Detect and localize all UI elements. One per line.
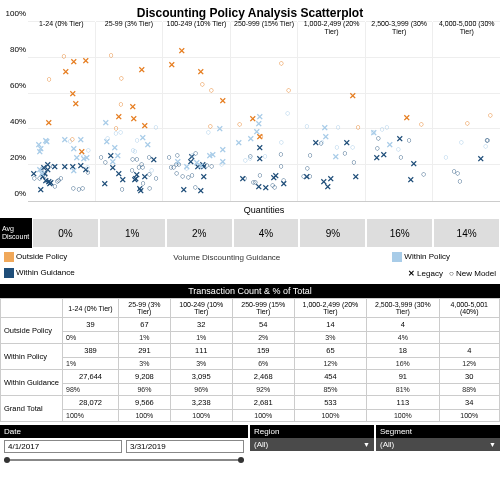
data-point: ✕ <box>219 157 227 167</box>
cell-count: 67 <box>119 318 171 332</box>
cell-count: 27,644 <box>63 370 119 384</box>
facet: 25-99 (3% Tier)○✕○○○✕✕○○○✕✕✕✕○○○○✕✕○✕○✕○… <box>95 22 163 201</box>
data-point: ○ <box>452 166 457 176</box>
legend: Outside Policy Volume Discounting Guidan… <box>0 248 500 282</box>
facet-header: 25-99 (3% Tier) <box>96 20 163 28</box>
data-point: ✕ <box>70 57 78 67</box>
data-point: ✕ <box>396 134 404 144</box>
data-point: ○ <box>279 58 284 68</box>
data-point: ○ <box>278 149 283 159</box>
cell-count <box>439 318 499 332</box>
data-point: ✕ <box>70 166 78 176</box>
data-point: ✕ <box>349 91 357 101</box>
cell-count: 3,238 <box>170 396 232 410</box>
cell-count: 2,468 <box>232 370 294 384</box>
data-point: ○ <box>465 118 470 128</box>
data-point: ✕ <box>102 118 110 128</box>
data-point: ○ <box>147 183 152 193</box>
avg-cell: 4% <box>233 218 300 248</box>
data-point: ✕ <box>322 132 330 142</box>
y-tick: 40% <box>10 117 26 126</box>
col-header: 2,500-3,999 (30% Tier) <box>367 299 439 318</box>
data-point: ✕ <box>320 177 328 187</box>
cell-pct: 0% <box>63 332 119 344</box>
data-point: ✕ <box>180 185 188 195</box>
cell-pct <box>439 332 499 344</box>
transaction-table: 1-24 (0% Tier)25-99 (3% Tier)100-249 (10… <box>0 298 500 422</box>
cell-pct: 100% <box>63 410 119 422</box>
cell-count: 389 <box>63 344 119 358</box>
data-point: ✕ <box>36 165 44 175</box>
filter-bar: Date 4/1/2017 3/31/2019 Region (All)▼ Se… <box>0 425 500 465</box>
facet: 4,000-5,000 (30% Tier)○○○○○✕○○○○○ <box>432 22 500 201</box>
cell-count: 113 <box>367 396 439 410</box>
date-start-input[interactable]: 4/1/2017 <box>4 440 122 453</box>
data-point: ○ <box>406 135 411 145</box>
segment-dropdown[interactable]: (All)▼ <box>376 438 500 451</box>
avg-label: AvgDiscount <box>0 218 32 248</box>
cell-pct: 100% <box>367 410 439 422</box>
data-point: ○ <box>270 180 275 190</box>
cell-pct: 100% <box>294 410 366 422</box>
avg-cell: 9% <box>299 218 366 248</box>
data-point: ✕ <box>178 46 186 56</box>
table-row: Within Policy38929111115965184 <box>1 344 500 358</box>
col-header: 1,000-2,499 (20% Tier) <box>294 299 366 318</box>
data-point: ○ <box>166 152 171 162</box>
cell-pct: 3% <box>294 332 366 344</box>
data-point: ✕ <box>216 124 224 134</box>
table-row: 98%96%96%92%85%81%88% <box>1 384 500 396</box>
data-point: ○ <box>130 165 135 175</box>
data-point: ○ <box>459 137 464 147</box>
cell-pct: 1% <box>170 332 232 344</box>
data-point: ○ <box>336 122 341 132</box>
data-point: ○ <box>285 108 290 118</box>
cell-count: 291 <box>119 344 171 358</box>
data-point: ✕ <box>373 153 381 163</box>
data-point: ○ <box>419 119 424 129</box>
data-point: ○ <box>184 163 189 173</box>
cell-count: 54 <box>232 318 294 332</box>
data-point: ○ <box>342 148 347 158</box>
data-point: ○ <box>80 183 85 193</box>
data-point: ○ <box>132 146 137 156</box>
region-filter-label: Region <box>250 425 374 438</box>
table-row: 1%3%3%6%12%16%12% <box>1 358 500 370</box>
cell-count: 18 <box>367 344 439 358</box>
data-point: ○ <box>396 144 401 154</box>
cell-pct: 12% <box>439 358 499 370</box>
x-axis-label: Quantities <box>28 202 500 216</box>
data-point: ○ <box>375 143 380 153</box>
y-tick: 20% <box>10 153 26 162</box>
facet-header: 250-999 (15% Tier) <box>231 20 298 28</box>
data-point: ✕ <box>410 159 418 169</box>
row-label: Within Guidance <box>1 370 63 396</box>
col-header: 250-999 (15% Tier) <box>232 299 294 318</box>
data-point: ✕ <box>168 60 176 70</box>
data-point: ○ <box>263 151 268 161</box>
cell-pct: 16% <box>367 358 439 370</box>
data-point: ✕ <box>62 67 70 77</box>
cell-pct: 1% <box>119 332 171 344</box>
cell-pct: 6% <box>232 358 294 370</box>
avg-cell: 16% <box>366 218 433 248</box>
facet: 1,000-2,499 (20% Tier)○✕○✕○✕○✕✕○○○✕✕✕✕○○… <box>297 22 365 201</box>
data-point: ✕ <box>114 151 122 161</box>
row-label: Within Policy <box>1 344 63 370</box>
cell-count: 533 <box>294 396 366 410</box>
facet-header: 100-249 (10% Tier) <box>163 20 230 28</box>
data-point: ✕ <box>219 96 227 106</box>
row-label: Grand Total <box>1 396 63 422</box>
avg-discount-row: AvgDiscount 0%1%2%4%9%16%14% <box>0 218 500 248</box>
date-slider[interactable] <box>4 457 244 463</box>
data-point: ○ <box>334 142 339 152</box>
data-point: ○ <box>307 150 312 160</box>
date-end-input[interactable]: 3/31/2019 <box>126 440 244 453</box>
data-point: ✕ <box>131 175 139 185</box>
data-point: ○ <box>209 161 214 171</box>
data-point: ○ <box>278 161 283 171</box>
row-label: Outside Policy <box>1 318 63 344</box>
table-row: Grand Total28,0729,5663,2382,68153311334 <box>1 396 500 410</box>
region-dropdown[interactable]: (All)▼ <box>250 438 374 451</box>
data-point: ✕ <box>477 154 485 164</box>
